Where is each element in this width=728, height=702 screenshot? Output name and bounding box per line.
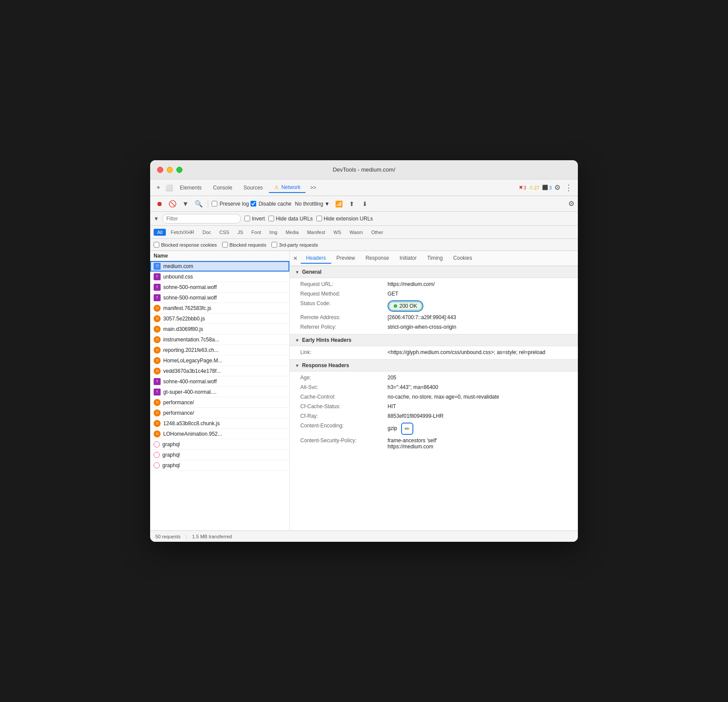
preserve-log-input[interactable] — [212, 201, 217, 206]
network-settings-icon[interactable]: ⚙ — [568, 200, 574, 208]
request-name: performance/ — [163, 410, 194, 416]
hide-ext-urls-input[interactable] — [316, 216, 322, 221]
blocked-requests-input[interactable] — [222, 242, 228, 248]
response-headers-section-header[interactable]: ▼ Response Headers — [290, 359, 578, 372]
js-icon: ⊙ — [154, 399, 161, 406]
disable-cache-checkbox[interactable]: Disable cache — [251, 201, 291, 207]
tab-elements[interactable]: Elements — [175, 183, 207, 193]
tab-network[interactable]: ⚠ Network — [269, 182, 306, 193]
response-headers-arrow-icon: ▼ — [295, 363, 299, 368]
blocked-response-cookies-input[interactable] — [154, 242, 159, 248]
invert-checkbox[interactable]: Invert — [244, 216, 265, 222]
type-btn-wasm[interactable]: Wasm — [346, 229, 367, 236]
upload-icon[interactable]: ⬆ — [346, 198, 357, 210]
tab-cookies[interactable]: Cookies — [448, 253, 477, 264]
record-button[interactable]: ⏺ — [154, 198, 165, 210]
type-btn-js[interactable]: JS — [234, 229, 247, 236]
more-options-icon[interactable]: ⋮ — [563, 181, 574, 194]
request-item-reporting[interactable]: ⊙ reporting.2021fe63.ch... — [150, 345, 289, 355]
font-icon: T — [154, 284, 161, 291]
details-content[interactable]: ▼ General Request URL: https://medium.co… — [290, 266, 578, 530]
type-btn-other[interactable]: Other — [367, 229, 387, 236]
tab-headers[interactable]: Headers — [301, 253, 331, 264]
request-item-instrumentation[interactable]: ⊙ instrumentation.7c58a... — [150, 334, 289, 345]
request-item-graphql-3[interactable]: graphql — [150, 460, 289, 471]
wifi-icon[interactable]: 📶 — [333, 198, 344, 210]
blocked-response-cookies-checkbox[interactable]: Blocked response cookies — [154, 242, 217, 248]
early-hints-section-header[interactable]: ▼ Early Hints Headers — [290, 334, 578, 346]
type-btn-css[interactable]: CSS — [216, 229, 233, 236]
close-details-button[interactable]: × — [293, 253, 301, 264]
type-btn-manifest[interactable]: Manifest — [303, 229, 329, 236]
disable-cache-input[interactable] — [251, 201, 256, 206]
request-item-1248-js[interactable]: ⊙ 1248.a53b8cc8.chunk.js — [150, 418, 289, 429]
general-section-header[interactable]: ▼ General — [290, 266, 578, 278]
tab-console[interactable]: Console — [208, 183, 237, 193]
cursor-icon[interactable]: ⌖ — [154, 183, 163, 193]
js-icon: ⊙ — [154, 326, 161, 333]
invert-input[interactable] — [244, 216, 250, 221]
tab-timing[interactable]: Timing — [422, 253, 448, 264]
info-badge: ⬛ 3 — [542, 185, 552, 190]
tab-initiator[interactable]: Initiator — [394, 253, 422, 264]
minimize-button[interactable] — [167, 167, 173, 173]
maximize-button[interactable] — [176, 167, 182, 173]
device-icon[interactable]: ⬜ — [164, 183, 174, 193]
hide-data-urls-checkbox[interactable]: Hide data URLs — [268, 216, 313, 222]
js-icon: ⊙ — [154, 305, 161, 312]
request-item-medium-com[interactable]: ☷ medium.com — [150, 261, 289, 272]
third-party-checkbox[interactable]: 3rd-party requests — [271, 242, 318, 248]
request-item-sohne-500-1[interactable]: T sohne-500-normal.woff — [150, 282, 289, 292]
preserve-log-checkbox[interactable]: Preserve log — [212, 201, 249, 207]
title-bar: DevTools - medium.com/ — [150, 160, 578, 179]
font-icon: T — [154, 378, 161, 385]
filter-input[interactable] — [162, 214, 241, 224]
tab-more[interactable]: >> — [306, 183, 319, 193]
type-btn-ws[interactable]: WS — [330, 229, 345, 236]
left-panel: Name ☷ medium.com T unbound.css T sohne-… — [150, 251, 290, 530]
clear-button[interactable]: 🚫 — [167, 198, 178, 210]
request-item-graphql-1[interactable]: graphql — [150, 439, 289, 450]
request-item-gt-super[interactable]: T gt-super-400-normal.... — [150, 387, 289, 397]
hide-ext-urls-checkbox[interactable]: Hide extension URLs — [316, 216, 373, 222]
requests-list[interactable]: ☷ medium.com T unbound.css T sohne-500-n… — [150, 261, 289, 530]
hide-data-urls-input[interactable] — [268, 216, 274, 221]
tab-response[interactable]: Response — [360, 253, 394, 264]
request-item-homelo[interactable]: ⊙ HomeLoLegacyPage.M... — [150, 355, 289, 366]
status-badge: 200 OK — [389, 302, 422, 310]
type-btn-doc[interactable]: Doc — [199, 229, 215, 236]
settings-icon[interactable]: ⚙ — [553, 182, 562, 193]
request-item-3057-js[interactable]: ⊙ 3057.5e22bbb0.js — [150, 313, 289, 324]
request-item-performance-1[interactable]: ⊙ performance/ — [150, 397, 289, 408]
request-name: 3057.5e22bbb0.js — [163, 316, 205, 322]
close-button[interactable] — [157, 167, 163, 173]
type-btn-media[interactable]: Media — [282, 229, 302, 236]
download-icon[interactable]: ⬇ — [359, 198, 371, 210]
request-item-lohome[interactable]: ⊙ LOHomeAnimation.952... — [150, 429, 289, 439]
request-item-unbound-css[interactable]: T unbound.css — [150, 272, 289, 282]
third-party-input[interactable] — [271, 242, 277, 248]
request-name: 1248.a53b8cc8.chunk.js — [163, 420, 220, 427]
request-name: vedd3670a3b1c4e178f... — [163, 368, 221, 374]
edit-content-encoding-button[interactable]: ✏ — [401, 423, 413, 435]
blocked-requests-checkbox[interactable]: Blocked requests — [222, 242, 266, 248]
request-item-sohne-500-2[interactable]: T sohne-500-normal.woff — [150, 292, 289, 303]
type-btn-font[interactable]: Font — [248, 229, 264, 236]
request-item-main-js[interactable]: ⊙ main.d3069f80.js — [150, 324, 289, 334]
filter-icon[interactable]: ▼ — [180, 198, 191, 210]
type-btn-all[interactable]: All — [154, 229, 166, 236]
throttle-select[interactable]: No throttling ▼ — [293, 200, 332, 208]
tab-sources[interactable]: Sources — [238, 183, 268, 193]
type-btn-img[interactable]: Img — [266, 229, 281, 236]
chevron-down-icon: ▼ — [324, 201, 330, 207]
request-item-manifest-js[interactable]: ⊙ manifest.762583fc.js — [150, 303, 289, 313]
request-item-vedd[interactable]: ⊙ vedd3670a3b1c4e178f... — [150, 366, 289, 376]
search-button[interactable]: 🔍 — [193, 198, 204, 210]
request-item-performance-2[interactable]: ⊙ performance/ — [150, 408, 289, 418]
tab-preview[interactable]: Preview — [331, 253, 361, 264]
request-name: reporting.2021fe63.ch... — [163, 347, 219, 353]
request-item-sohne-400[interactable]: T sohne-400-normal.woff — [150, 376, 289, 387]
type-btn-fetch-xhr[interactable]: Fetch/XHR — [167, 229, 198, 236]
request-item-graphql-2[interactable]: graphql — [150, 450, 289, 460]
request-method-row: Request Method: GET — [290, 289, 578, 299]
